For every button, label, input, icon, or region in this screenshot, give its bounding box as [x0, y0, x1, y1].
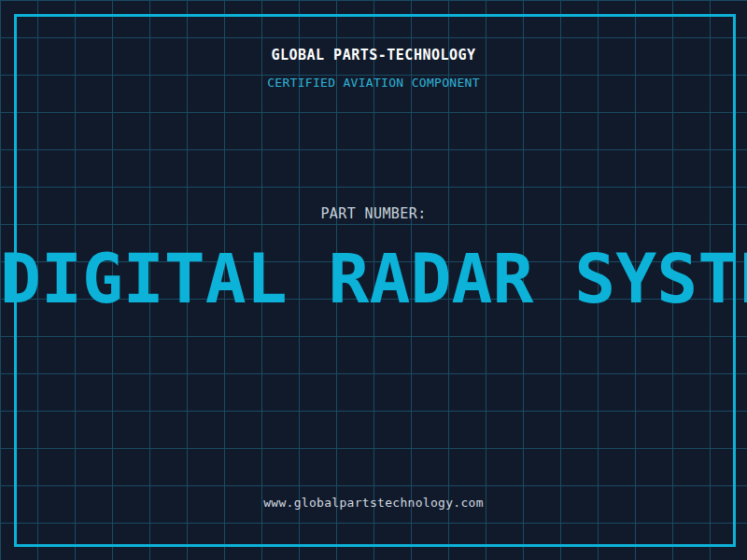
website-url: www.globalpartstechnology.com: [0, 496, 747, 510]
part-number-label: PART NUMBER:: [0, 205, 747, 222]
part-name-display: DIGITAL RADAR SYSTEM: [0, 245, 747, 313]
blueprint-banner: GLOBAL PARTS-TECHNOLOGY CERTIFIED AVIATI…: [0, 0, 747, 560]
company-title: GLOBAL PARTS-TECHNOLOGY: [0, 47, 747, 63]
certification-subtitle: CERTIFIED AVIATION COMPONENT: [0, 76, 747, 90]
